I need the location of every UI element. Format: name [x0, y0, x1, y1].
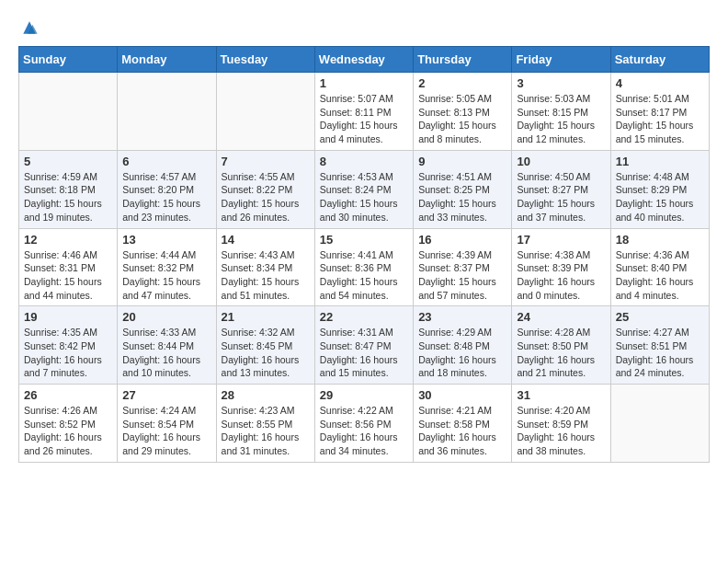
- day-number: 25: [616, 310, 704, 324]
- day-info: Sunrise: 4:44 AMSunset: 8:32 PMDaylight:…: [122, 248, 210, 303]
- day-info: Sunrise: 5:07 AMSunset: 8:11 PMDaylight:…: [320, 92, 408, 146]
- day-number: 28: [222, 388, 310, 402]
- calendar-cell: 24Sunrise: 4:28 AMSunset: 8:50 PMDayligh…: [512, 306, 610, 385]
- calendar-cell: 16Sunrise: 4:39 AMSunset: 8:37 PMDayligh…: [414, 228, 512, 306]
- day-number: 6: [122, 155, 210, 168]
- header-saturday: Saturday: [610, 47, 709, 73]
- calendar-cell: 12Sunrise: 4:46 AMSunset: 8:31 PMDayligh…: [19, 228, 118, 306]
- calendar-cell: 11Sunrise: 4:48 AMSunset: 8:29 PMDayligh…: [610, 150, 709, 228]
- calendar-cell: 29Sunrise: 4:22 AMSunset: 8:56 PMDayligh…: [314, 385, 413, 463]
- header-wednesday: Wednesday: [314, 47, 413, 73]
- header-tuesday: Tuesday: [216, 47, 314, 73]
- day-number: 5: [24, 155, 112, 168]
- day-info: Sunrise: 4:21 AMSunset: 8:58 PMDaylight:…: [418, 404, 506, 458]
- header-sunday: Sunday: [19, 47, 118, 73]
- day-info: Sunrise: 4:41 AMSunset: 8:36 PMDaylight:…: [320, 248, 408, 303]
- day-number: 2: [418, 76, 506, 90]
- day-number: 16: [418, 233, 506, 247]
- day-info: Sunrise: 4:57 AMSunset: 8:20 PMDaylight:…: [122, 170, 210, 224]
- day-info: Sunrise: 4:38 AMSunset: 8:39 PMDaylight:…: [517, 248, 605, 303]
- calendar-week-row: 12Sunrise: 4:46 AMSunset: 8:31 PMDayligh…: [19, 228, 710, 306]
- calendar-week-row: 26Sunrise: 4:26 AMSunset: 8:52 PMDayligh…: [19, 385, 710, 463]
- day-number: 31: [517, 388, 605, 402]
- day-info: Sunrise: 4:29 AMSunset: 8:48 PMDaylight:…: [418, 326, 506, 380]
- calendar-cell: [118, 73, 216, 151]
- day-info: Sunrise: 4:26 AMSunset: 8:52 PMDaylight:…: [24, 404, 112, 458]
- day-info: Sunrise: 4:22 AMSunset: 8:56 PMDaylight:…: [320, 404, 408, 458]
- calendar-cell: 25Sunrise: 4:27 AMSunset: 8:51 PMDayligh…: [610, 306, 709, 385]
- calendar-cell: 7Sunrise: 4:55 AMSunset: 8:22 PMDaylight…: [216, 150, 314, 228]
- calendar-cell: 13Sunrise: 4:44 AMSunset: 8:32 PMDayligh…: [118, 228, 216, 306]
- day-number: 27: [122, 388, 210, 402]
- day-number: 18: [616, 233, 704, 247]
- day-info: Sunrise: 4:20 AMSunset: 8:59 PMDaylight:…: [517, 404, 605, 458]
- page-header: [18, 18, 710, 37]
- day-number: 4: [616, 76, 704, 90]
- day-number: 8: [320, 155, 408, 168]
- calendar-cell: 3Sunrise: 5:03 AMSunset: 8:15 PMDaylight…: [512, 73, 610, 151]
- day-number: 24: [517, 310, 605, 324]
- day-info: Sunrise: 4:39 AMSunset: 8:37 PMDaylight:…: [418, 248, 506, 303]
- header-friday: Friday: [512, 47, 610, 73]
- calendar-cell: 20Sunrise: 4:33 AMSunset: 8:44 PMDayligh…: [118, 306, 216, 385]
- day-info: Sunrise: 4:35 AMSunset: 8:42 PMDaylight:…: [24, 326, 112, 380]
- day-number: 7: [222, 155, 310, 168]
- calendar-cell: 1Sunrise: 5:07 AMSunset: 8:11 PMDaylight…: [314, 73, 413, 151]
- day-info: Sunrise: 4:43 AMSunset: 8:34 PMDaylight:…: [222, 248, 310, 303]
- calendar-header-row: SundayMondayTuesdayWednesdayThursdayFrid…: [19, 47, 710, 73]
- calendar-week-row: 5Sunrise: 4:59 AMSunset: 8:18 PMDaylight…: [19, 150, 710, 228]
- calendar-cell: 8Sunrise: 4:53 AMSunset: 8:24 PMDaylight…: [314, 150, 413, 228]
- day-number: 14: [222, 233, 310, 247]
- day-info: Sunrise: 4:31 AMSunset: 8:47 PMDaylight:…: [320, 326, 408, 380]
- calendar-cell: [19, 73, 118, 151]
- day-number: 10: [517, 155, 605, 168]
- day-number: 11: [616, 155, 704, 168]
- day-info: Sunrise: 4:53 AMSunset: 8:24 PMDaylight:…: [320, 170, 408, 224]
- calendar-cell: 18Sunrise: 4:36 AMSunset: 8:40 PMDayligh…: [610, 228, 709, 306]
- calendar-week-row: 1Sunrise: 5:07 AMSunset: 8:11 PMDaylight…: [19, 73, 710, 151]
- calendar-week-row: 19Sunrise: 4:35 AMSunset: 8:42 PMDayligh…: [19, 306, 710, 385]
- calendar-cell: 26Sunrise: 4:26 AMSunset: 8:52 PMDayligh…: [19, 385, 118, 463]
- day-number: 17: [517, 233, 605, 247]
- day-number: 15: [320, 233, 408, 247]
- day-info: Sunrise: 4:55 AMSunset: 8:22 PMDaylight:…: [222, 170, 310, 224]
- day-info: Sunrise: 4:24 AMSunset: 8:54 PMDaylight:…: [122, 404, 210, 458]
- day-info: Sunrise: 4:51 AMSunset: 8:25 PMDaylight:…: [418, 170, 506, 224]
- day-number: 30: [418, 388, 506, 402]
- calendar-cell: 14Sunrise: 4:43 AMSunset: 8:34 PMDayligh…: [216, 228, 314, 306]
- calendar-cell: 19Sunrise: 4:35 AMSunset: 8:42 PMDayligh…: [19, 306, 118, 385]
- calendar-cell: [610, 385, 709, 463]
- day-info: Sunrise: 4:23 AMSunset: 8:55 PMDaylight:…: [222, 404, 310, 458]
- calendar-cell: 23Sunrise: 4:29 AMSunset: 8:48 PMDayligh…: [414, 306, 512, 385]
- day-info: Sunrise: 4:36 AMSunset: 8:40 PMDaylight:…: [616, 248, 704, 303]
- day-info: Sunrise: 5:05 AMSunset: 8:13 PMDaylight:…: [418, 92, 506, 146]
- calendar-cell: 31Sunrise: 4:20 AMSunset: 8:59 PMDayligh…: [512, 385, 610, 463]
- header-thursday: Thursday: [414, 47, 512, 73]
- day-number: 29: [320, 388, 408, 402]
- calendar-cell: 17Sunrise: 4:38 AMSunset: 8:39 PMDayligh…: [512, 228, 610, 306]
- calendar-cell: 30Sunrise: 4:21 AMSunset: 8:58 PMDayligh…: [414, 385, 512, 463]
- day-info: Sunrise: 4:50 AMSunset: 8:27 PMDaylight:…: [517, 170, 605, 224]
- calendar-cell: 27Sunrise: 4:24 AMSunset: 8:54 PMDayligh…: [118, 385, 216, 463]
- day-info: Sunrise: 4:59 AMSunset: 8:18 PMDaylight:…: [24, 170, 112, 224]
- day-info: Sunrise: 4:32 AMSunset: 8:45 PMDaylight:…: [222, 326, 310, 380]
- day-number: 3: [517, 76, 605, 90]
- logo-icon: [20, 18, 39, 37]
- calendar-table: SundayMondayTuesdayWednesdayThursdayFrid…: [18, 46, 710, 463]
- day-number: 13: [122, 233, 210, 247]
- day-number: 19: [24, 310, 112, 324]
- calendar-cell: 22Sunrise: 4:31 AMSunset: 8:47 PMDayligh…: [314, 306, 413, 385]
- day-number: 12: [24, 233, 112, 247]
- day-number: 23: [418, 310, 506, 324]
- calendar-cell: [216, 73, 314, 151]
- day-info: Sunrise: 4:27 AMSunset: 8:51 PMDaylight:…: [616, 326, 704, 380]
- calendar-cell: 15Sunrise: 4:41 AMSunset: 8:36 PMDayligh…: [314, 228, 413, 306]
- day-number: 20: [122, 310, 210, 324]
- day-number: 22: [320, 310, 408, 324]
- day-info: Sunrise: 4:48 AMSunset: 8:29 PMDaylight:…: [616, 170, 704, 224]
- calendar-cell: 10Sunrise: 4:50 AMSunset: 8:27 PMDayligh…: [512, 150, 610, 228]
- day-number: 1: [320, 76, 408, 90]
- calendar-cell: 2Sunrise: 5:05 AMSunset: 8:13 PMDaylight…: [414, 73, 512, 151]
- calendar-cell: 28Sunrise: 4:23 AMSunset: 8:55 PMDayligh…: [216, 385, 314, 463]
- day-number: 9: [418, 155, 506, 168]
